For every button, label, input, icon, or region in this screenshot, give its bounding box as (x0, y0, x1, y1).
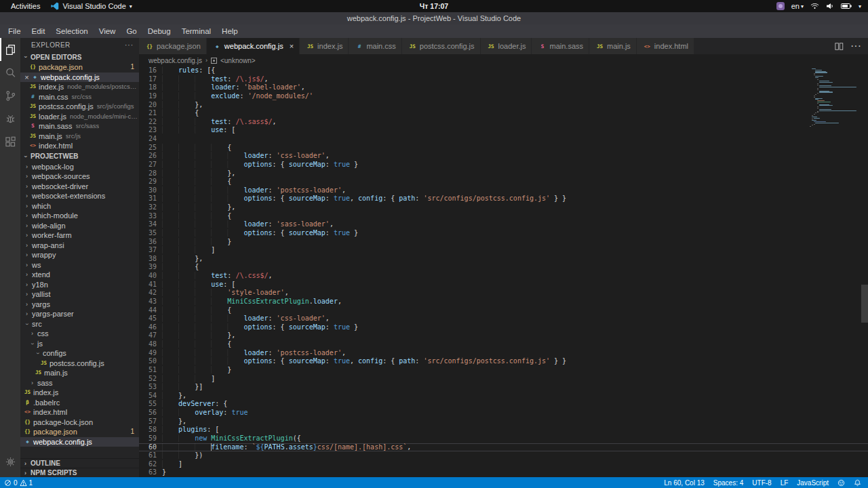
clock[interactable]: Чт 17:07 (420, 2, 448, 10)
menu-item-view[interactable]: View (94, 24, 121, 38)
tree-item-which[interactable]: ›which (20, 201, 139, 211)
tree-item-yargs-parser[interactable]: ›yargs-parser (20, 309, 139, 319)
code-line-25[interactable]: 25 { (139, 144, 868, 152)
close-icon[interactable]: × (23, 73, 31, 83)
activities-button[interactable]: Activities (7, 2, 44, 10)
code-line-49[interactable]: 49 loader: 'postcss-loader', (139, 349, 868, 358)
code-line-46[interactable]: 46 options: { sourceMap: true } (139, 323, 868, 332)
code-line-41[interactable]: 41 use: [ (139, 281, 868, 289)
tree-item-which-module[interactable]: ›which-module (20, 211, 139, 221)
code-line-23[interactable]: 23 use: [ (139, 126, 868, 135)
tree-item-src[interactable]: ›src (20, 319, 139, 329)
tree-item-worker-farm[interactable]: ›worker-farm (20, 230, 139, 241)
tree-item-websocket-driver[interactable]: ›websocket-driver (20, 182, 139, 192)
menu-item-help[interactable]: Help (216, 24, 243, 38)
code-line-43[interactable]: 43 MiniCssExtractPlugin.loader, (139, 298, 868, 306)
tree-item-websocket-extensions[interactable]: ›websocket-extensions (20, 191, 139, 201)
tree-item-wrappy[interactable]: ›wrappy (20, 250, 139, 260)
menu-item-debug[interactable]: Debug (142, 24, 176, 38)
tree-item-css[interactable]: ›css (20, 329, 139, 339)
tree-item-webpack.config.js[interactable]: ◆webpack.config.js (20, 437, 139, 447)
language-mode[interactable]: JavaScript (797, 479, 829, 487)
activity-extensions-button[interactable] (0, 130, 20, 153)
feedback-smiley-icon[interactable] (837, 479, 845, 487)
code-line-57[interactable]: 57 }, (139, 418, 868, 426)
tab-loader.js[interactable]: JSloader.js (481, 38, 532, 54)
code-line-30[interactable]: 30 loader: 'postcss-loader', (139, 186, 868, 195)
open-editor-postcss.config.js[interactable]: JSpostcss.config.jssrc/js/configs (20, 102, 139, 112)
tree-item-webpack-sources[interactable]: ›webpack-sources (20, 171, 139, 182)
tree-item-y18n[interactable]: ›y18n (20, 280, 139, 290)
code-line-21[interactable]: 21 { (139, 109, 868, 118)
project-section-header[interactable]: › PROJECTWEB (20, 151, 139, 162)
menu-item-file[interactable]: File (3, 24, 26, 38)
code-line-37[interactable]: 37 ] (139, 246, 868, 255)
code-line-56[interactable]: 56 overlay: true (139, 409, 868, 418)
open-editor-loader.js[interactable]: JSloader.jsnode_modules/mini-css-... (20, 112, 139, 122)
app-indicator-icon[interactable] (776, 2, 785, 10)
tree-item-postcss.config.js[interactable]: JSpostcss.config.js (20, 359, 139, 369)
open-editor-index.html[interactable]: <>index.html (20, 141, 139, 151)
editor-scrollbar-thumb[interactable] (861, 285, 868, 323)
minimap[interactable] (810, 68, 863, 127)
tree-item-main.js[interactable]: JSmain.js (20, 368, 139, 378)
code-line-27[interactable]: 27 options: { sourceMap: true } (139, 161, 868, 169)
open-editor-main.js[interactable]: JSmain.jssrc/js (20, 131, 139, 142)
tree-item-.babelrc[interactable]: β.babelrc (20, 398, 139, 408)
open-editor-main.css[interactable]: #main.csssrc/css (20, 92, 139, 102)
tree-item-xtend[interactable]: ›xtend (20, 270, 139, 280)
code-line-24[interactable]: 24 (139, 135, 868, 144)
open-editor-webpack.config.js[interactable]: ×◆webpack.config.js (20, 73, 139, 83)
problems-indicator[interactable]: 0 1 (4, 479, 33, 487)
code-line-58[interactable]: 58 plugins: [ (139, 426, 868, 434)
code-line-62[interactable]: 62 ] (139, 460, 868, 469)
code-line-54[interactable]: 54 }, (139, 392, 868, 401)
tab-package.json[interactable]: {}package.json (139, 38, 207, 54)
activity-debug-button[interactable] (0, 107, 20, 130)
indentation[interactable]: Spaces: 4 (713, 479, 743, 487)
open-editor-index.js[interactable]: JSindex.jsnode_modules/postcss-lo... (20, 82, 139, 92)
code-line-39[interactable]: 39 { (139, 263, 868, 272)
code-line-45[interactable]: 45 loader: 'css-loader', (139, 314, 868, 323)
breadcrumb-symbol[interactable]: <unknown> (220, 57, 256, 64)
tab-main.sass[interactable]: Smain.sass (532, 38, 589, 54)
tree-item-wrap-ansi[interactable]: ›wrap-ansi (20, 241, 139, 251)
code-line-16[interactable]: 16 rules: [{ (139, 66, 868, 75)
window-title-bar[interactable]: webpack.config.js - ProjectWeb - Visual … (0, 12, 868, 24)
code-line-38[interactable]: 38 }, (139, 255, 868, 264)
code-line-29[interactable]: 29 { (139, 178, 868, 186)
tree-item-yallist[interactable]: ›yallist (20, 289, 139, 300)
split-editor-icon[interactable] (835, 42, 844, 51)
code-line-22[interactable]: 22 test: /\.sass$/, (139, 118, 868, 127)
code-line-26[interactable]: 26 loader: 'css-loader', (139, 152, 868, 161)
tree-item-webpack-log[interactable]: ›webpack-log (20, 162, 139, 172)
tree-item-wide-align[interactable]: ›wide-align (20, 221, 139, 231)
tab-webpack.config.js[interactable]: ◆webpack.config.js× (207, 38, 300, 54)
code-line-40[interactable]: 40 test: /\.css$/, (139, 272, 868, 281)
tree-item-js[interactable]: ›js (20, 339, 139, 349)
open-editor-main.sass[interactable]: Smain.sasssrc/sass (20, 121, 139, 131)
code-line-59[interactable]: 59 new MiniCssExtractPlugin({ (139, 434, 868, 443)
code-line-28[interactable]: 28 }, (139, 169, 868, 178)
tree-item-configs[interactable]: ›configs (20, 348, 139, 359)
eol[interactable]: LF (781, 479, 789, 487)
npm-scripts-section-header[interactable]: › NPM SCRIPTS (20, 468, 139, 477)
tree-item-package.json[interactable]: {}package.json1 (20, 427, 139, 437)
outline-section-header[interactable]: › OUTLINE (20, 458, 139, 468)
code-line-53[interactable]: 53 }] (139, 383, 868, 392)
encoding[interactable]: UTF-8 (752, 479, 771, 487)
tab-postcss.config.js[interactable]: JSpostcss.config.js (402, 38, 481, 54)
tab-index.js[interactable]: JSindex.js (300, 38, 349, 54)
notifications-bell-icon[interactable] (854, 479, 861, 487)
tree-item-yargs[interactable]: ›yargs (20, 300, 139, 310)
open-editor-package.json[interactable]: {}package.json1 (20, 62, 139, 73)
code-line-42[interactable]: 42 'style-loader', (139, 289, 868, 298)
tree-item-package-lock.json[interactable]: {}package-lock.json (20, 418, 139, 428)
code-line-44[interactable]: 44 { (139, 306, 868, 315)
code-line-60[interactable]: 60 filename: `${PATHS.assets}css/[name].… (139, 443, 868, 452)
wifi-icon[interactable] (810, 3, 819, 9)
code-line-19[interactable]: 19 exclude: '/node_modules/' (139, 92, 868, 101)
code-line-34[interactable]: 34 loader: 'sass-loader', (139, 220, 868, 229)
menu-item-edit[interactable]: Edit (26, 24, 51, 38)
menu-item-terminal[interactable]: Terminal (176, 24, 216, 38)
